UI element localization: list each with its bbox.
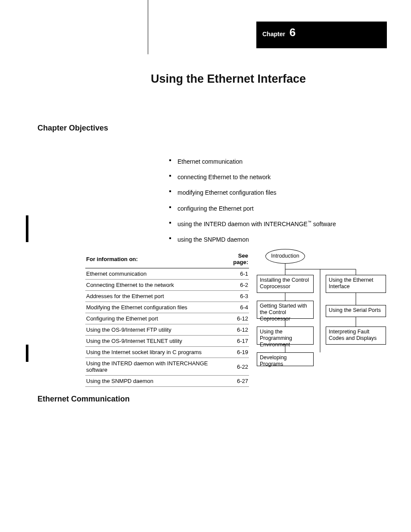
table-cell: Configuring the Ethernet port xyxy=(85,313,221,324)
list-item-text: software xyxy=(311,221,336,227)
section-heading-ethernet: Ethernet Communication xyxy=(37,395,130,404)
table-cell: 6-17 xyxy=(221,336,249,347)
bullet-list: Ethernet communication connecting Ethern… xyxy=(153,158,385,251)
flow-label: Using the Serial Ports xyxy=(329,307,381,313)
flow-label: Installing the Control Coprocessor xyxy=(260,277,309,289)
table-row: Using the INTERD daemon with INTERCHANGE… xyxy=(85,358,249,376)
table-cell: 6-22 xyxy=(221,358,249,376)
chapter-number: 6 xyxy=(290,26,296,39)
table-cell: Using the SNMPD daemon xyxy=(85,376,221,387)
list-item: using the INTERD daemon with INTERCHANGE… xyxy=(171,220,385,228)
index-table: For information on: See page: Ethernet c… xyxy=(85,250,249,387)
table-row: Connecting Ethernet to the network6-2 xyxy=(85,280,249,291)
table-cell: Using the Internet socket library in C p… xyxy=(85,347,221,358)
table-cell: 6-19 xyxy=(221,347,249,358)
table-cell: 6-27 xyxy=(221,376,249,387)
table-cell: Ethernet communication xyxy=(85,268,221,280)
table-row: Ethernet communication6-1 xyxy=(85,268,249,280)
table-cell: Using the INTERD daemon with INTERCHANGE… xyxy=(85,358,221,376)
list-item: configuring the Ethernet port xyxy=(171,205,385,212)
table-header: See page: xyxy=(221,250,249,268)
table-row: Modifying the Ethernet configuration fil… xyxy=(85,302,249,313)
table-row: Using the Internet socket library in C p… xyxy=(85,347,249,358)
table-cell: 6-1 xyxy=(221,268,249,280)
flow-node: Using the Serial Ports xyxy=(326,305,386,317)
table-cell: 6-2 xyxy=(221,280,249,291)
revision-bar xyxy=(26,345,28,362)
flow-label: Developing Programs xyxy=(260,355,287,367)
table-cell: 6-4 xyxy=(221,302,249,313)
chapter-label: Chapter xyxy=(262,31,285,37)
page-title: Using the Ethernet Interface xyxy=(151,72,306,86)
table-cell: Addresses for the Ethernet port xyxy=(85,291,221,302)
flow-label: Using the Ethernet Interface xyxy=(329,277,374,289)
chapter-banner: Chapter 6 xyxy=(256,22,387,48)
flow-node: Interpreting Fault Codes and Displays xyxy=(326,327,386,345)
table-cell: Using the OS-9/Internet FTP utility xyxy=(85,324,221,336)
table-row: Using the OS-9/Internet TELNET utility6-… xyxy=(85,336,249,347)
flow-node: Getting Started with the Control Coproce… xyxy=(257,301,314,319)
flow-node: Developing Programs xyxy=(257,352,314,366)
revision-bar xyxy=(26,215,28,242)
list-item-text: using the INTERD daemon with INTERCHANGE xyxy=(177,221,308,227)
table-header: For information on: xyxy=(85,250,221,268)
flow-label: Using the Programming Environment xyxy=(260,329,292,348)
table-row: Using the SNMPD daemon6-27 xyxy=(85,376,249,387)
flow-start: Introduction xyxy=(265,249,305,264)
table-header-row: For information on: See page: xyxy=(85,250,249,268)
flow-node: Installing the Control Coprocessor xyxy=(257,275,314,293)
list-item: Ethernet communication xyxy=(171,158,385,165)
trademark-symbol: ™ xyxy=(308,220,311,224)
table-cell: Using the OS-9/Internet TELNET utility xyxy=(85,336,221,347)
flow-node: Using the Programming Environment xyxy=(257,327,314,345)
page: Chapter 6 Using the Ethernet Interface C… xyxy=(0,0,411,532)
table-row: Addresses for the Ethernet port6-3 xyxy=(85,291,249,302)
table-row: Configuring the Ethernet port6-12 xyxy=(85,313,249,324)
table-cell: Modifying the Ethernet configuration fil… xyxy=(85,302,221,313)
table-row: Using the OS-9/Internet FTP utility6-12 xyxy=(85,324,249,336)
table-cell: 6-12 xyxy=(221,313,249,324)
table-cell: Connecting Ethernet to the network xyxy=(85,280,221,291)
list-item: modifying Ethernet configuration files xyxy=(171,189,385,196)
section-heading-objectives: Chapter Objectives xyxy=(37,124,108,133)
table-cell: 6-3 xyxy=(221,291,249,302)
list-item: using the SNPMD daemon xyxy=(171,236,385,243)
vertical-rule xyxy=(148,0,148,54)
flow-node-current: Using the Ethernet Interface xyxy=(326,275,386,293)
flow-label: Introduction xyxy=(271,253,299,259)
table-cell: 6-12 xyxy=(221,324,249,336)
list-item: connecting Ethernet to the network xyxy=(171,173,385,181)
flow-label: Interpreting Fault Codes and Displays xyxy=(329,329,377,341)
